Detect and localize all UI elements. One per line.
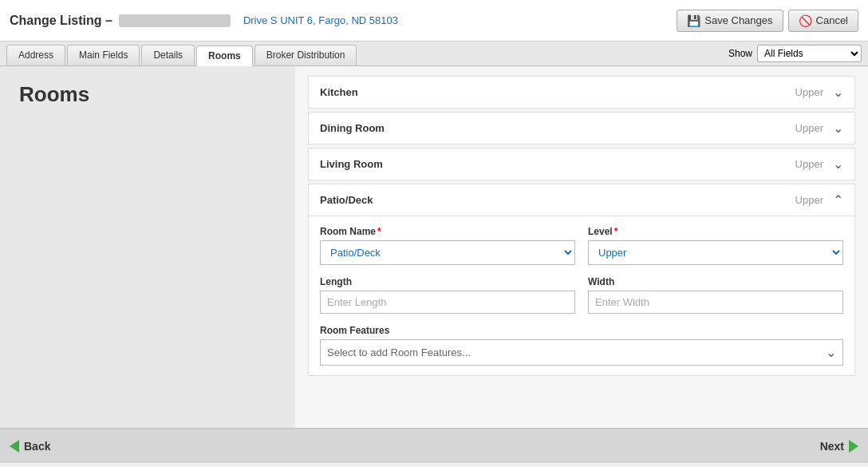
- features-label: Room Features: [320, 325, 843, 336]
- length-group: Length: [320, 276, 575, 314]
- tabs-bar: Address Main Fields Details Rooms Broker…: [0, 42, 868, 66]
- header: Change Listing – Drive S UNIT 6, Fargo, …: [0, 0, 868, 42]
- required-star: *: [377, 226, 381, 237]
- save-button[interactable]: 💾 Save Changes: [677, 10, 783, 32]
- back-button[interactable]: Back: [10, 440, 50, 453]
- save-icon: 💾: [687, 14, 700, 27]
- patio-body: Room Name* Patio/Deck Level* Upper: [309, 216, 854, 375]
- listing-id-blurred: [119, 14, 231, 27]
- kitchen-level: Upper: [795, 86, 823, 98]
- save-label: Save Changes: [704, 14, 772, 26]
- length-label: Length: [320, 276, 575, 287]
- back-label: Back: [24, 440, 50, 453]
- width-label: Width: [588, 276, 843, 287]
- dining-level: Upper: [795, 122, 823, 134]
- form-row-name-level: Room Name* Patio/Deck Level* Upper: [320, 226, 843, 265]
- header-left: Change Listing – Drive S UNIT 6, Fargo, …: [10, 14, 398, 28]
- room-name-kitchen: Kitchen: [320, 86, 358, 98]
- level-label: Level*: [588, 226, 843, 237]
- room-row-kitchen[interactable]: Kitchen Upper ⌄: [308, 76, 855, 109]
- next-label: Next: [820, 440, 844, 453]
- page-title: Change Listing –: [10, 14, 112, 28]
- patio-header[interactable]: Patio/Deck Upper ⌃: [309, 184, 854, 216]
- room-row-living[interactable]: Living Room Upper ⌄: [308, 148, 855, 180]
- features-select[interactable]: Select to add Room Features... ⌄: [320, 339, 843, 366]
- listing-address: Drive S UNIT 6, Fargo, ND 58103: [243, 14, 398, 26]
- rooms-panel[interactable]: Kitchen Upper ⌄ Dining Room Upper ⌄ Livi…: [295, 66, 868, 428]
- length-input[interactable]: [320, 291, 575, 314]
- room-row-dining[interactable]: Dining Room Upper ⌄: [308, 112, 855, 144]
- room-name-dining: Dining Room: [320, 122, 385, 134]
- tabs: Address Main Fields Details Rooms Broker…: [6, 45, 357, 65]
- tab-broker-distribution[interactable]: Broker Distribution: [254, 45, 357, 65]
- cancel-button[interactable]: 🚫 Cancel: [788, 10, 858, 32]
- tab-address[interactable]: Address: [6, 45, 65, 65]
- next-button[interactable]: Next: [820, 440, 858, 453]
- room-right-dining: Upper ⌄: [795, 121, 843, 136]
- chevron-up-icon: ⌃: [833, 192, 843, 208]
- features-placeholder: Select to add Room Features...: [327, 346, 471, 358]
- chevron-down-icon: ⌄: [833, 156, 843, 172]
- room-name-label: Room Name*: [320, 226, 575, 237]
- show-fields-select[interactable]: All Fields Required Fields Changed Field…: [757, 45, 862, 62]
- features-group: Room Features Select to add Room Feature…: [320, 325, 843, 366]
- level-select[interactable]: Upper: [588, 240, 843, 265]
- chevron-down-icon: ⌄: [833, 121, 843, 136]
- show-fields-area: Show All Fields Required Fields Changed …: [728, 45, 862, 65]
- show-label: Show: [728, 48, 752, 59]
- patio-header-right: Upper ⌃: [795, 192, 843, 208]
- sidebar-title: Rooms: [19, 82, 276, 107]
- room-right-kitchen: Upper ⌄: [795, 85, 843, 100]
- tab-rooms[interactable]: Rooms: [196, 46, 253, 66]
- cancel-label: Cancel: [816, 14, 848, 26]
- living-level: Upper: [795, 158, 823, 170]
- header-actions: 💾 Save Changes 🚫 Cancel: [677, 10, 858, 32]
- level-required-star: *: [614, 226, 618, 237]
- width-input[interactable]: [588, 291, 843, 314]
- next-arrow-icon: [849, 440, 858, 453]
- chevron-down-icon: ⌄: [833, 85, 843, 100]
- back-arrow-icon: [10, 440, 19, 453]
- main-content: Rooms Kitchen Upper ⌄ Dining Room Upper …: [0, 66, 868, 428]
- level-group: Level* Upper: [588, 226, 843, 265]
- form-row-length-width: Length Width: [320, 276, 843, 314]
- footer: Back Next: [0, 428, 868, 463]
- tab-details[interactable]: Details: [141, 45, 195, 65]
- room-expanded-patio: Patio/Deck Upper ⌃ Room Name* Patio/Deck: [308, 184, 855, 376]
- width-group: Width: [588, 276, 843, 314]
- sidebar: Rooms: [0, 66, 295, 428]
- room-name-living: Living Room: [320, 158, 383, 170]
- cancel-icon: 🚫: [799, 14, 812, 27]
- room-name-group: Room Name* Patio/Deck: [320, 226, 575, 265]
- room-name-select[interactable]: Patio/Deck: [320, 240, 575, 265]
- features-chevron-down-icon: ⌄: [826, 345, 836, 360]
- patio-level-display: Upper: [795, 194, 823, 206]
- room-right-living: Upper ⌄: [795, 156, 843, 172]
- patio-name: Patio/Deck: [320, 194, 373, 206]
- tab-main-fields[interactable]: Main Fields: [67, 45, 140, 65]
